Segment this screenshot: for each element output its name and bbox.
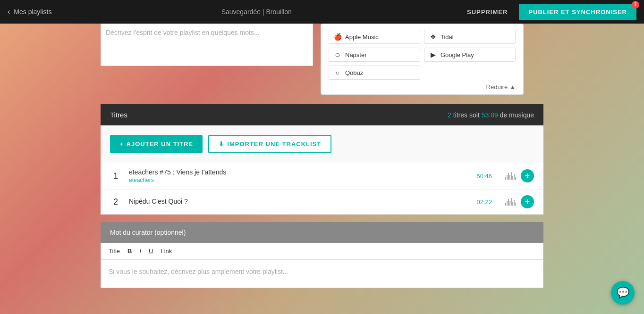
download-icon: ⬇ — [219, 140, 224, 148]
tracks-info: 2 titres soit 53:09 de musique — [448, 111, 534, 119]
chevron-up-icon: ▲ — [509, 83, 516, 91]
tracks-section: Titres 2 titres soit 53:09 de musique + … — [101, 104, 543, 215]
track-info: Nipédu C'est Quoi ? — [129, 198, 469, 206]
curator-placeholder: Si vous le souhaitez, décrivez plus ampl… — [109, 268, 288, 275]
tracks-count-label: titres soit — [453, 111, 482, 119]
track-number: 1 — [110, 171, 121, 181]
back-button[interactable]: ‹ Mes playlists — [8, 8, 51, 16]
toolbar-link-button[interactable]: Link — [161, 248, 172, 255]
service-apple-music[interactable]: 🍎 Apple Music — [329, 30, 420, 44]
soundcloud-icon — [505, 172, 516, 180]
track-number: 2 — [110, 197, 121, 207]
tracks-header: Titres 2 titres soit 53:09 de musique — [101, 104, 543, 125]
chevron-left-icon: ‹ — [8, 8, 10, 16]
toolbar-italic-button[interactable]: I — [139, 248, 141, 255]
tracks-action-buttons: + AJOUTER UN TITRE ⬇ IMPORTER UNE TRACKL… — [101, 125, 543, 163]
google-play-label: Google Play — [441, 51, 474, 58]
services-grid: 🍎 Apple Music ❖ Tidal ☺ Napster ▶ Google… — [329, 30, 516, 80]
track-duration: 50:46 — [476, 173, 492, 180]
main-content: Décrivez l'esprit de votre playlist en q… — [0, 24, 644, 288]
add-track-button[interactable]: + AJOUTER UN TITRE — [110, 135, 203, 153]
curator-header: Mot du curator (optionnel) — [101, 222, 543, 243]
track-list: 1 eteachers #75 : Viens je t'attends ete… — [101, 163, 543, 215]
service-google-play[interactable]: ▶ Google Play — [424, 48, 516, 62]
publish-button[interactable]: PUBLIER ET SYNCHRONISER 1 — [519, 4, 636, 20]
soundcloud-icon — [505, 198, 516, 206]
back-label: Mes playlists — [14, 8, 51, 16]
google-play-icon: ▶ — [429, 51, 437, 58]
track-actions: + — [505, 169, 534, 182]
add-track-circle-button[interactable]: + — [521, 195, 534, 208]
plus-icon: + — [119, 140, 124, 148]
curator-toolbar: Title B I U Link — [101, 243, 543, 260]
service-tidal[interactable]: ❖ Tidal — [424, 30, 516, 44]
notification-badge: 1 — [632, 1, 639, 8]
delete-button[interactable]: SUPPRIMER — [461, 5, 513, 19]
qobuz-icon: ○ — [334, 69, 341, 76]
chat-button[interactable]: 💬 — [611, 281, 635, 305]
tidal-icon: ❖ — [429, 33, 437, 41]
description-placeholder: Décrivez l'esprit de votre playlist en q… — [106, 29, 260, 36]
apple-music-label: Apple Music — [345, 33, 379, 41]
nav-actions: SUPPRIMER PUBLIER ET SYNCHRONISER 1 — [461, 4, 636, 20]
tracks-duration: 53:09 — [482, 111, 498, 119]
table-row: 2 Nipédu C'est Quoi ? 02:22 — [101, 190, 543, 215]
tracks-count: 2 — [448, 111, 451, 119]
napster-label: Napster — [345, 51, 367, 58]
track-title: eteachers #75 : Viens je t'attends — [129, 168, 469, 176]
qobuz-label: Qobuz — [345, 69, 363, 76]
napster-icon: ☺ — [334, 51, 341, 58]
curator-body[interactable]: Si vous le souhaitez, décrivez plus ampl… — [101, 260, 543, 288]
reduire-button[interactable]: Réduire ▲ — [329, 83, 516, 91]
table-row: 1 eteachers #75 : Viens je t'attends ete… — [101, 163, 543, 190]
tidal-label: Tidal — [441, 33, 454, 41]
top-section: Décrivez l'esprit de votre playlist en q… — [101, 24, 644, 104]
status-label: Sauvegardée | Brouillon — [221, 8, 292, 16]
track-info: eteachers #75 : Viens je t'attends eteac… — [129, 168, 469, 183]
tracks-title: Titres — [110, 111, 127, 119]
toolbar-bold-button[interactable]: B — [127, 248, 132, 255]
curator-section: Mot du curator (optionnel) Title B I U L… — [101, 222, 543, 288]
chat-icon: 💬 — [617, 287, 629, 299]
reduire-label: Réduire — [486, 83, 508, 91]
tracks-duration-label: de musique — [500, 111, 534, 119]
apple-music-icon: 🍎 — [334, 33, 341, 41]
service-napster[interactable]: ☺ Napster — [329, 48, 420, 62]
track-actions: + — [505, 195, 534, 208]
services-panel: 🍎 Apple Music ❖ Tidal ☺ Napster ▶ Google… — [321, 24, 524, 95]
playlist-description[interactable]: Décrivez l'esprit de votre playlist en q… — [101, 24, 313, 66]
toolbar-title-button[interactable]: Title — [109, 248, 120, 255]
import-tracklist-button[interactable]: ⬇ IMPORTER UNE TRACKLIST — [208, 135, 331, 153]
add-track-circle-button[interactable]: + — [521, 169, 534, 182]
track-duration: 02:22 — [476, 198, 492, 206]
toolbar-underline-button[interactable]: U — [149, 248, 153, 255]
track-artist: eteachers — [129, 177, 469, 183]
service-qobuz[interactable]: ○ Qobuz — [329, 66, 420, 80]
top-navigation: ‹ Mes playlists Sauvegardée | Brouillon … — [0, 0, 644, 24]
track-title: Nipédu C'est Quoi ? — [129, 198, 469, 205]
